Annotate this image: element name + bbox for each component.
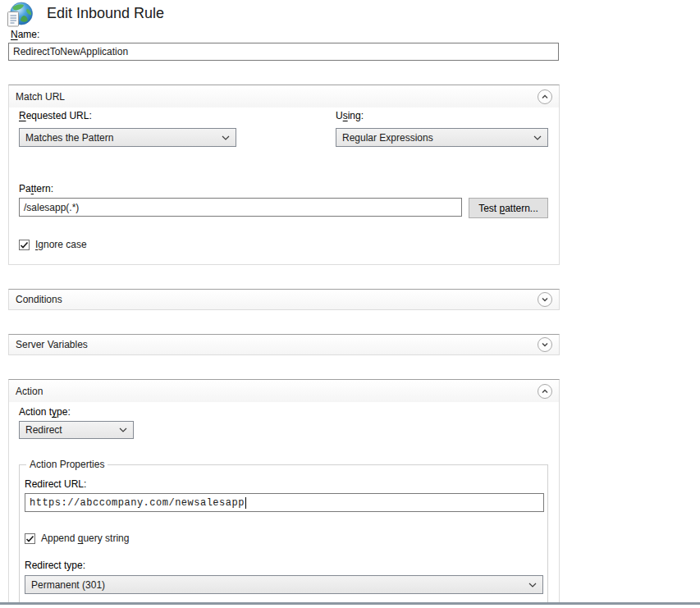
edit-inbound-rule-page: Edit Inbound Rule Name: RedirectToNewApp… [0, 0, 700, 608]
section-title-server-variables: Server Variables [16, 339, 88, 350]
pattern-input[interactable]: /salesapp(.*) [19, 198, 462, 217]
section-title-match-url: Match URL [16, 91, 65, 103]
requested-url-selected-value: Matches the Pattern [25, 132, 113, 144]
pattern-input-value: /salesapp(.*) [24, 202, 79, 213]
section-server-variables: Server Variables [8, 334, 560, 355]
action-type-select[interactable]: Redirect [19, 421, 134, 439]
section-header-conditions[interactable]: Conditions [9, 290, 559, 309]
chevron-up-icon [540, 386, 550, 396]
action-properties-group: Action Properties Redirect URL: https://… [19, 464, 548, 604]
test-pattern-button[interactable]: Test pattern... [469, 198, 548, 218]
pattern-label: Pattern: [19, 183, 53, 194]
redirect-type-select[interactable]: Permanent (301) [25, 575, 543, 594]
text-cursor [245, 497, 246, 509]
action-type-label: Action type: [19, 406, 71, 418]
pane-bottom-divider [0, 602, 700, 605]
chevron-down-icon [528, 583, 537, 587]
section-conditions: Conditions [8, 289, 560, 310]
append-query-string-label: Append query string [41, 533, 129, 544]
ignore-case-checkbox[interactable] [19, 240, 30, 250]
name-label: Name: [11, 29, 39, 40]
chevron-down-icon [540, 340, 550, 350]
using-selected-value: Regular Expressions [342, 132, 433, 144]
section-header-match-url[interactable]: Match URL [9, 85, 559, 107]
using-label: Using: [336, 110, 364, 121]
redirect-url-value: https://abccompany.com/newsalesapp [30, 497, 245, 509]
append-query-string-row: Append query string [25, 533, 129, 544]
chevron-down-icon [533, 135, 542, 140]
expand-button-server-variables[interactable] [538, 337, 552, 352]
globe-document-icon [4, 1, 35, 32]
collapse-button-action[interactable] [538, 384, 552, 399]
ignore-case-label: Ignore case [35, 239, 87, 250]
collapse-button-match-url[interactable] [538, 89, 552, 104]
name-input-value: RedirectToNewApplication [13, 46, 128, 57]
action-properties-legend: Action Properties [26, 459, 108, 470]
redirect-type-selected-value: Permanent (301) [31, 579, 105, 591]
ignore-case-row: Ignore case [19, 239, 87, 250]
using-select[interactable]: Regular Expressions [336, 128, 548, 147]
redirect-url-label: Redirect URL: [25, 478, 86, 490]
chevron-up-icon [540, 92, 550, 102]
chevron-down-icon [540, 295, 550, 304]
section-title-conditions: Conditions [16, 294, 62, 305]
section-header-server-variables[interactable]: Server Variables [9, 335, 559, 354]
redirect-type-label: Redirect type: [25, 560, 85, 571]
page-title: Edit Inbound Rule [47, 5, 164, 22]
expand-button-conditions[interactable] [538, 292, 552, 307]
requested-url-select[interactable]: Matches the Pattern [19, 128, 236, 147]
chevron-down-icon [119, 427, 127, 432]
append-query-string-checkbox[interactable] [25, 533, 35, 544]
checkmark-icon [20, 240, 29, 249]
chevron-down-icon [222, 135, 230, 140]
action-type-selected-value: Redirect [25, 424, 62, 436]
section-match-url: Match URL Requested URL: Using: Matches … [8, 85, 560, 265]
section-action: Action Action type: Redirect Action Prop… [8, 379, 560, 603]
redirect-url-input[interactable]: https://abccompany.com/newsalesapp [25, 493, 544, 512]
section-title-action: Action [16, 386, 43, 397]
checkmark-icon [25, 534, 34, 543]
requested-url-label: Requested URL: [19, 110, 92, 121]
name-input[interactable]: RedirectToNewApplication [8, 43, 559, 61]
section-header-action[interactable]: Action [9, 380, 559, 402]
